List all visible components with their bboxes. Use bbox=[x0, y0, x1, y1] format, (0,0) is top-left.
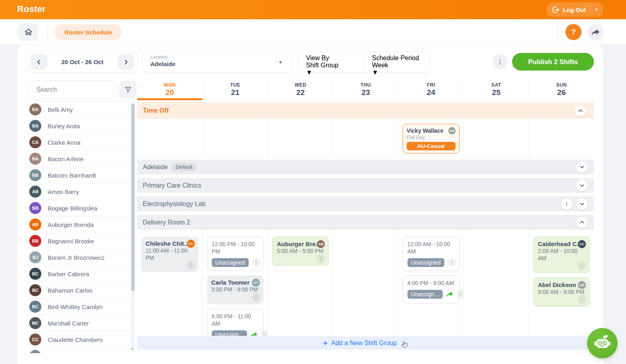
time-off-cell bbox=[267, 119, 333, 159]
employee-list-item[interactable]: ABAuburger Brenda bbox=[27, 216, 131, 233]
group-expand-button[interactable] bbox=[576, 180, 588, 191]
time-off-badge: AU-Casual bbox=[407, 142, 456, 150]
shift-card[interactable]: Chileshe Chit...CC11:00 AM - 11:00 PM⋮ bbox=[141, 237, 199, 272]
breadcrumb[interactable]: Roster Schedule bbox=[55, 24, 122, 40]
shift-card[interactable]: Abel DicksonAD9:00 AM - 9:00 PM⋮ bbox=[533, 277, 590, 307]
employee-list-item[interactable]: BABelk Amy bbox=[27, 101, 131, 118]
location-select-value: Adelaide bbox=[150, 61, 286, 67]
employee-name: Belk Amy bbox=[48, 106, 73, 113]
day-header-thu[interactable]: THU 23 bbox=[333, 79, 398, 100]
logout-caret-icon[interactable]: ▼ bbox=[595, 8, 598, 12]
employee-list-item[interactable]: ZZ bbox=[27, 348, 131, 353]
avatar: BC bbox=[29, 301, 41, 313]
group-controls bbox=[576, 180, 588, 191]
publish-shifts-button[interactable]: Publish 2 Shifts bbox=[512, 53, 594, 71]
employee-list-item[interactable]: CAClarke Anna bbox=[27, 134, 131, 151]
view-by-select[interactable]: View By Shift Group ▼ bbox=[298, 52, 364, 72]
shift-menu-button[interactable]: ⋮ bbox=[186, 261, 195, 270]
shift-card[interactable]: Calderhead C...CC2:00 AM - 10:00 AM⋮ bbox=[533, 237, 590, 273]
employee-name: Balcom Barnhardt bbox=[48, 172, 96, 179]
avatar: AB bbox=[29, 186, 41, 198]
shift-menu-button[interactable]: ⋮ bbox=[577, 261, 586, 270]
unassigned-badge: Unassign... bbox=[407, 290, 443, 299]
shift-card[interactable]: Auburger Bre...AB5:00 AM - 5:00 PM⋮ bbox=[272, 237, 329, 266]
day-header-sat[interactable]: SAT 25 bbox=[464, 79, 529, 100]
filter-button[interactable] bbox=[119, 81, 137, 99]
employee-name: Claudette Chambers bbox=[48, 336, 103, 343]
location-select[interactable]: Location Adelaide ▼ bbox=[142, 51, 293, 73]
shift-column bbox=[464, 230, 529, 336]
shift-menu-button[interactable]: ⋮ bbox=[316, 254, 325, 263]
time-off-collapse-button[interactable] bbox=[575, 105, 586, 116]
shift-time: 3:00 PM - 9:00 PM bbox=[211, 286, 259, 293]
avatar: BC bbox=[29, 268, 41, 280]
shift-menu-button[interactable]: ⋮ bbox=[577, 295, 586, 304]
scrollbar-thumb[interactable] bbox=[131, 103, 135, 291]
chevron-down-icon bbox=[579, 164, 585, 170]
employee-list-item[interactable]: CCClaudette Chambers bbox=[27, 332, 131, 348]
shift-menu-button[interactable]: ⋮ bbox=[448, 258, 456, 267]
employee-list-item[interactable]: BABacon Arlene bbox=[27, 151, 131, 167]
group-expand-button[interactable] bbox=[576, 198, 588, 210]
app-title: Roster bbox=[17, 4, 46, 14]
shift-menu-button[interactable]: ⋮ bbox=[251, 293, 260, 302]
employee-list-item[interactable]: BJBoram Jr Broznowicz bbox=[27, 249, 131, 266]
shift-column bbox=[333, 230, 398, 336]
avatar: MC bbox=[29, 317, 41, 329]
employee-list-item[interactable]: BCBird-Whitley Carolyn bbox=[27, 299, 131, 315]
shift-column: Chileshe Chit...CC11:00 AM - 11:00 PM⋮ bbox=[137, 230, 203, 336]
employee-list: BABelk AmyBABurley AnitaCAClarke AnnaBAB… bbox=[27, 101, 131, 353]
day-label: MON bbox=[164, 82, 176, 88]
help-button[interactable]: ? bbox=[565, 24, 581, 40]
shift-card[interactable]: 12:00 PM - 10:00 PMUnassigned⋮ bbox=[207, 237, 264, 271]
shift-menu-button[interactable]: ⋮ bbox=[457, 290, 464, 299]
group-collapse-button[interactable] bbox=[576, 217, 588, 228]
scrollbar-down-arrow[interactable]: ▼ bbox=[131, 347, 134, 351]
employee-list-scrollbar[interactable] bbox=[131, 103, 135, 351]
schedule-period-label: Schedule Period bbox=[372, 55, 423, 62]
home-button[interactable] bbox=[18, 23, 39, 41]
day-header-wed[interactable]: WED 22 bbox=[267, 79, 333, 100]
shift-card[interactable]: Carla ToomerCT3:00 PM - 9:00 PM⋮ bbox=[207, 275, 264, 304]
shift-card[interactable]: 12:00 AM - 10:00 AMUnassigned⋮ bbox=[403, 237, 460, 271]
employee-list-item[interactable]: ABAmos Barry bbox=[27, 184, 131, 200]
shift-menu-button[interactable]: ⋮ bbox=[261, 330, 268, 336]
share-shift-icon bbox=[446, 291, 454, 297]
time-off-title: Time Off bbox=[143, 107, 169, 114]
search-input[interactable] bbox=[36, 86, 120, 93]
day-header-mon[interactable]: MON 20 bbox=[137, 79, 203, 100]
employee-list-item[interactable]: BBBognanni Brooke bbox=[27, 233, 131, 249]
shift-group-header-delivery-room-2: Delivery Room 2 bbox=[137, 215, 594, 230]
employee-list-item[interactable]: BBBalcom Barnhardt bbox=[27, 167, 131, 184]
chevron-right-icon bbox=[123, 59, 129, 65]
app-header: Roster Log Out ▼ bbox=[0, 0, 626, 19]
share-shift-icon bbox=[250, 332, 258, 336]
group-menu-button[interactable]: ⋮ bbox=[561, 198, 572, 210]
unassigned-badge: Unassigned bbox=[212, 258, 249, 267]
employee-name: Bacon Arlene bbox=[48, 156, 83, 162]
employee-list-item[interactable]: BABurley Anita bbox=[27, 118, 131, 134]
day-header-tue[interactable]: TUE 21 bbox=[203, 79, 268, 100]
shift-card[interactable]: 6:00 PM - 11:00 AMUnassign...⋮ bbox=[207, 309, 264, 336]
employee-list-item[interactable]: MCMarshall Carter bbox=[27, 315, 131, 332]
employee-list-item[interactable]: BBBogage Billingslea bbox=[27, 200, 131, 216]
share-button[interactable] bbox=[588, 24, 604, 40]
group-expand-button[interactable] bbox=[576, 162, 588, 173]
shift-card[interactable]: 4:00 PM - 8:00 AMUnassign...⋮ bbox=[403, 275, 460, 303]
shift-menu-button[interactable]: ⋮ bbox=[252, 258, 261, 267]
avatar: CA bbox=[29, 136, 41, 148]
logout-button[interactable]: Log Out ▼ bbox=[546, 2, 604, 17]
day-header-fri[interactable]: FRI 24 bbox=[398, 79, 464, 100]
day-header-sun[interactable]: SUN 26 bbox=[529, 79, 594, 100]
caret-down-icon: ▼ bbox=[306, 69, 357, 76]
assistant-fab-button[interactable] bbox=[587, 328, 618, 358]
time-off-card[interactable]: Vicky WallaceVWFull DayAU-Casual bbox=[403, 124, 460, 154]
add-shift-group-button[interactable]: + Add a New Shift Group bbox=[137, 336, 594, 350]
employee-list-item[interactable]: BCBarber Cabrera bbox=[27, 266, 131, 282]
toolbar-menu-button[interactable]: ⋮ bbox=[492, 54, 508, 69]
next-week-button[interactable] bbox=[118, 54, 134, 70]
prev-week-button[interactable] bbox=[30, 54, 47, 70]
shift-column: 12:00 PM - 10:00 PMUnassigned⋮Carla Toom… bbox=[203, 230, 268, 336]
schedule-period-select[interactable]: Schedule Period Week ▼ bbox=[364, 52, 430, 72]
employee-list-item[interactable]: BCBahamon Carlos bbox=[27, 282, 131, 299]
